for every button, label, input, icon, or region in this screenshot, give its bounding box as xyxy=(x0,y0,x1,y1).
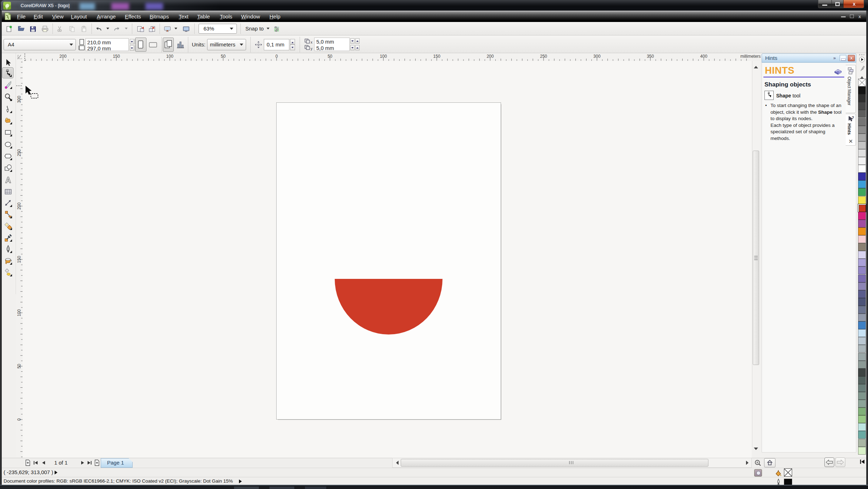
svg-text:150: 150 xyxy=(433,54,440,59)
svg-text:100: 100 xyxy=(380,54,387,59)
svg-text:250: 250 xyxy=(17,149,22,156)
svg-text:?: ? xyxy=(852,116,854,120)
svg-text:300: 300 xyxy=(17,96,22,103)
svg-text:0: 0 xyxy=(276,54,278,59)
svg-text:300: 300 xyxy=(594,54,601,59)
svg-text:0: 0 xyxy=(17,418,22,421)
svg-text:millimeters: millimeters xyxy=(740,54,761,59)
svg-text:200: 200 xyxy=(60,54,67,59)
svg-text:50: 50 xyxy=(17,364,22,369)
svg-text:50: 50 xyxy=(328,54,333,59)
svg-text:100: 100 xyxy=(17,309,22,316)
svg-text:50: 50 xyxy=(221,54,226,59)
svg-text:250: 250 xyxy=(540,54,547,59)
svg-text:100: 100 xyxy=(166,54,173,59)
svg-text:200: 200 xyxy=(486,54,494,59)
svg-text:400: 400 xyxy=(700,54,707,59)
svg-text:200: 200 xyxy=(17,202,22,209)
svg-text:150: 150 xyxy=(17,256,22,263)
svg-text:350: 350 xyxy=(647,54,654,59)
svg-text:150: 150 xyxy=(113,54,120,59)
